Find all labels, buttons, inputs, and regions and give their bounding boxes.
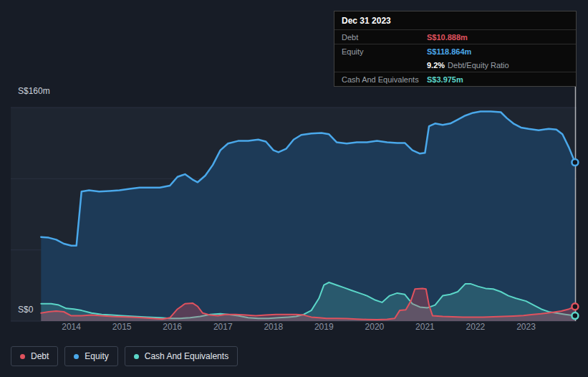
tooltip-ratio-value: 9.2% — [427, 61, 445, 70]
x-tick-label: 2016 — [163, 322, 182, 332]
tooltip-debt-value: S$10.888m — [427, 33, 468, 42]
tooltip-debt-label: Debt — [334, 33, 427, 42]
tooltip-row-cash: Cash And Equivalents S$3.975m — [334, 72, 576, 86]
tooltip-row-equity: Equity S$118.864m — [334, 44, 576, 58]
chart-tooltip: Dec 31 2023 Debt S$10.888m Equity S$118.… — [334, 11, 577, 87]
x-tick-label: 2018 — [264, 322, 283, 332]
chart-legend: Debt Equity Cash And Equivalents — [11, 346, 238, 366]
debt-series-dot-icon — [20, 354, 25, 359]
x-tick-label: 2019 — [314, 322, 334, 332]
legend-label-cash: Cash And Equivalents — [145, 351, 228, 361]
equity-series-dot-icon — [74, 354, 79, 359]
y-axis-min-label: S$0 — [18, 305, 33, 315]
x-tick-label: 2022 — [466, 322, 486, 332]
cash-series-dot-icon — [134, 354, 139, 359]
legend-label-debt: Debt — [31, 351, 49, 361]
legend-label-equity: Equity — [85, 351, 108, 361]
tooltip-row-debt: Debt S$10.888m — [334, 30, 576, 44]
tooltip-equity-label: Equity — [334, 47, 427, 56]
x-tick-label: 2021 — [415, 322, 435, 332]
x-tick-label: 2023 — [516, 322, 536, 332]
tooltip-row-ratio: 9.2% Debt/Equity Ratio — [334, 58, 576, 72]
tooltip-cash-label: Cash And Equivalents — [334, 75, 427, 84]
tooltip-date: Dec 31 2023 — [334, 11, 576, 30]
debt-equity-history-panel: S$160m S$0 20142015201620172018201920202… — [0, 0, 588, 377]
x-tick-label: 2015 — [112, 322, 132, 332]
x-axis: 2014201520162017201820192020202120222023 — [0, 322, 588, 333]
tooltip-cash-value: S$3.975m — [427, 75, 463, 84]
legend-item-debt[interactable]: Debt — [11, 346, 58, 366]
x-tick-label: 2014 — [62, 322, 81, 332]
y-axis-max-label: S$160m — [18, 86, 50, 96]
legend-item-cash[interactable]: Cash And Equivalents — [125, 346, 238, 366]
legend-item-equity[interactable]: Equity — [64, 346, 117, 366]
x-tick-label: 2017 — [213, 322, 233, 332]
x-tick-label: 2020 — [365, 322, 385, 332]
tooltip-equity-value: S$118.864m — [427, 47, 471, 56]
tooltip-ratio-label: Debt/Equity Ratio — [448, 61, 509, 70]
